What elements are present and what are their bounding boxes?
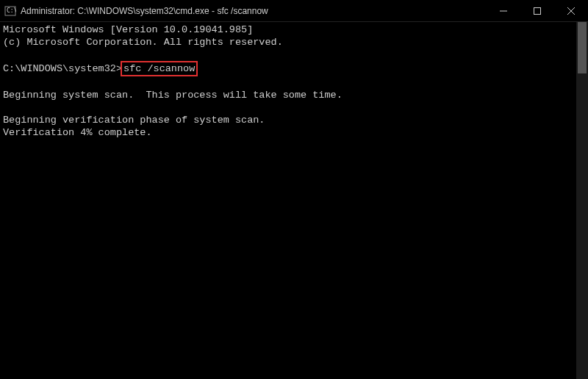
minimize-button[interactable] bbox=[487, 0, 520, 21]
copyright-line: (c) Microsoft Corporation. All rights re… bbox=[3, 37, 283, 48]
scan-begin-line: Beginning system scan. This process will… bbox=[3, 90, 343, 101]
svg-rect-3 bbox=[534, 7, 541, 14]
verification-progress-line: Verification 4% complete. bbox=[3, 127, 152, 138]
command-highlight: sfc /scannow bbox=[121, 61, 198, 76]
verification-phase-line: Beginning verification phase of system s… bbox=[3, 115, 265, 126]
titlebar: C:\ Administrator: C:\WINDOWS\system32\c… bbox=[0, 0, 588, 22]
version-line: Microsoft Windows [Version 10.0.19041.98… bbox=[3, 24, 253, 35]
prompt: C:\WINDOWS\system32> bbox=[3, 63, 122, 74]
scrollbar-thumb[interactable] bbox=[578, 22, 587, 73]
cmd-icon: C:\ bbox=[4, 5, 16, 17]
window-controls bbox=[487, 0, 588, 21]
close-button[interactable] bbox=[554, 0, 588, 21]
terminal-content[interactable]: Microsoft Windows [Version 10.0.19041.98… bbox=[0, 22, 576, 379]
maximize-button[interactable] bbox=[520, 0, 554, 21]
command-text: sfc /scannow bbox=[123, 63, 195, 74]
window-title: Administrator: C:\WINDOWS\system32\cmd.e… bbox=[21, 6, 487, 16]
svg-text:C:\: C:\ bbox=[7, 7, 16, 14]
terminal-area: Microsoft Windows [Version 10.0.19041.98… bbox=[0, 22, 588, 379]
vertical-scrollbar[interactable] bbox=[576, 22, 588, 379]
